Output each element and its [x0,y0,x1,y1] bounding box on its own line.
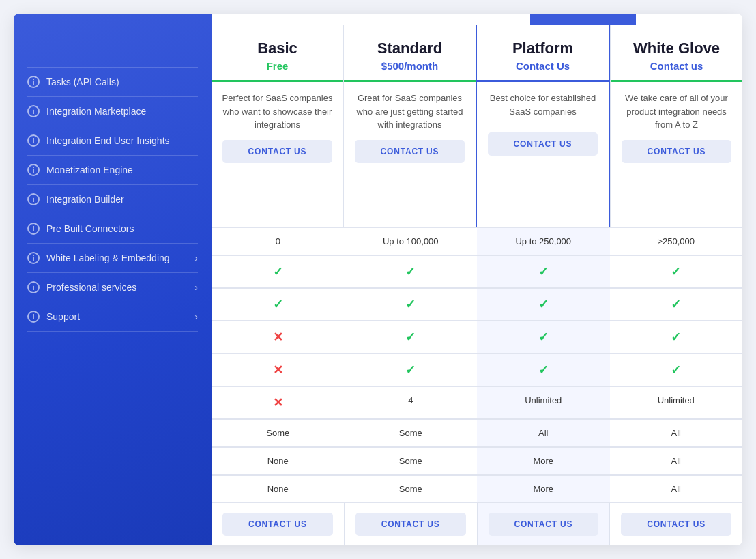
feature-cell: >250,000 [610,227,743,255]
plan-cta-wrap: CONTACT US [611,137,742,171]
feature-cell: ✕ [212,386,345,418]
check-icon: ✓ [273,265,283,278]
chevron-icon: › [194,253,198,263]
plan-name: White Glove [619,40,734,57]
feature-cell: Unlimited [477,386,610,418]
feature-row-8: NoneSomeMoreAll [212,474,742,502]
plan-header-platform: PlatformContact Us [477,25,609,82]
plan-cta-button[interactable]: CONTACT US [622,140,731,163]
plan-column-standard: Standard$500/monthGreat for SaaS compani… [343,25,476,227]
feature-label: Pre Built Connectors [46,223,134,234]
check-icon: ✓ [538,265,549,278]
sidebar-feature-item[interactable]: iProfessional services› [27,272,198,302]
feature-cell: ✓ [610,321,743,353]
feature-cell: All [610,419,743,446]
feature-cell: Up to 250,000 [477,227,610,255]
feature-cell: ✓ [477,321,610,353]
footer-btn-col-standard: CONTACT US [344,503,477,545]
plan-headers: BasicFreePerfect for SaaS companies who … [212,25,742,227]
feature-cell: Unlimited [610,386,743,418]
cross-icon: ✕ [273,396,283,410]
plan-column-basic: BasicFreePerfect for SaaS companies who … [212,25,343,227]
feature-label: Support [46,311,80,322]
plan-name: Platform [485,40,600,57]
plan-description: Perfect for SaaS companies who want to s… [212,82,343,137]
plan-cta-button[interactable]: CONTACT US [222,140,332,163]
feature-rows: 0Up to 100,000Up to 250,000>250,000✓✓✓✓✓… [212,227,742,502]
spacer-right [636,14,742,25]
footer-cta-button-white-glove[interactable]: CONTACT US [621,513,731,536]
info-icon: i [27,223,40,235]
sidebar-feature-item[interactable]: iIntegration Marketplace [27,96,198,126]
footer-cta-button-standard[interactable]: CONTACT US [355,513,466,536]
footer-cta-button-basic[interactable]: CONTACT US [222,513,333,536]
feature-cell: 0 [212,227,345,255]
info-icon: i [27,311,40,323]
plan-name: Standard [352,40,467,57]
cross-icon: ✕ [273,330,283,344]
footer-btn-col-platform: CONTACT US [477,503,610,545]
sidebar-feature-item[interactable]: iIntegration End User Insights [27,126,198,155]
check-icon: ✓ [671,298,681,311]
feature-row-0: 0Up to 100,000Up to 250,000>250,000 [212,227,742,255]
plan-description: Best choice for established SaaS compani… [477,82,609,130]
plan-cta-button[interactable]: CONTACT US [355,140,465,163]
feature-cell: 4 [345,386,478,418]
feature-cell: Up to 100,000 [345,227,478,255]
feature-cell: ✓ [212,288,345,320]
feature-cell: ✓ [345,288,478,320]
chevron-icon: › [194,282,198,293]
plan-price: Contact Us [485,60,600,72]
feature-cell: ✓ [610,288,743,320]
check-icon: ✓ [671,330,681,344]
sidebar-feature-item[interactable]: iMonetization Engine [27,155,198,184]
feature-cell: ✓ [212,255,345,287]
plan-price: Free [220,60,335,72]
plan-cta-wrap: CONTACT US [212,137,343,171]
plan-description: Great for SaaS companies who are just ge… [344,82,476,137]
feature-cell: ✓ [345,321,478,353]
check-icon: ✓ [405,265,416,278]
plan-price: Contact us [619,60,734,72]
sidebar-feature-item[interactable]: iWhite Labeling & Embedding› [27,243,198,272]
check-icon: ✓ [273,298,283,311]
plan-column-white-glove: White GloveContact usWe take care of all… [610,25,742,227]
plan-cta-button[interactable]: CONTACT US [488,132,598,156]
feature-cell: ✓ [345,354,478,386]
info-icon: i [27,252,40,264]
check-icon: ✓ [405,363,416,377]
sidebar-feature-item[interactable]: iPre Built Connectors [27,214,198,243]
info-icon: i [27,134,40,147]
feature-row-7: NoneSomeMoreAll [212,446,742,474]
feature-cell: All [477,419,610,446]
check-icon: ✓ [671,265,681,278]
footer-cta-button-platform[interactable]: CONTACT US [489,513,599,536]
most-popular-banner [530,14,637,25]
feature-label: Monetization Engine [46,164,133,175]
feature-cell: ✓ [477,255,610,287]
feature-row-6: SomeSomeAllAll [212,418,742,446]
feature-cell: ✓ [477,288,610,320]
plan-name: Basic [220,40,335,57]
sidebar-feature-item[interactable]: iTasks (API Calls) [27,67,198,96]
check-icon: ✓ [671,363,681,377]
info-icon: i [27,164,40,176]
sidebar-feature-item[interactable]: iSupport› [27,302,198,332]
footer-btn-col-white-glove: CONTACT US [609,503,742,545]
feature-cell: More [477,447,610,474]
info-icon: i [27,193,40,205]
info-icon: i [27,76,40,88]
plan-header-basic: BasicFree [212,25,343,82]
footer-btn-col-basic: CONTACT US [212,503,344,545]
feature-cell: Some [212,419,345,446]
feature-cell: None [212,447,345,474]
feature-list: iTasks (API Calls)iIntegration Marketpla… [27,67,198,532]
feature-label: Integration Builder [46,194,124,205]
most-popular-row [212,14,742,25]
check-icon: ✓ [405,330,416,344]
plan-description: We take care of all of your product inte… [611,82,742,137]
plan-header-white-glove: White GloveContact us [611,25,742,82]
footer-buttons: CONTACT USCONTACT USCONTACT USCONTACT US [212,502,742,545]
sidebar-feature-item[interactable]: iIntegration Builder [27,184,198,214]
pricing-page: iTasks (API Calls)iIntegration Marketpla… [14,14,742,545]
